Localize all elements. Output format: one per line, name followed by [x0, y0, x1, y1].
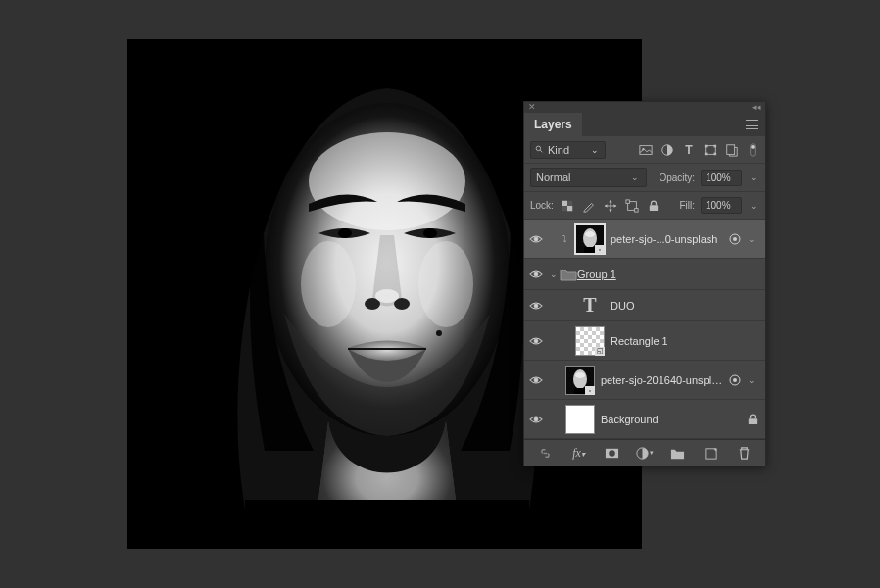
svg-point-8	[301, 241, 356, 327]
new-layer-icon[interactable]	[701, 445, 720, 461]
layer-thumbnail[interactable]: ▫	[565, 366, 595, 395]
svg-point-10	[436, 330, 442, 336]
new-group-icon[interactable]	[668, 445, 688, 461]
lock-pixels-icon[interactable]	[581, 198, 597, 214]
svg-point-44	[534, 378, 538, 382]
svg-point-47	[575, 372, 585, 378]
layer-row-shape[interactable]: ◱ Rectangle 1	[524, 321, 765, 361]
svg-point-50	[733, 378, 737, 382]
visibility-toggle[interactable]	[524, 301, 548, 311]
layers-footer: fx▾ ▾	[524, 440, 765, 466]
panel-menu-icon[interactable]	[744, 118, 759, 131]
lock-all-icon[interactable]	[646, 198, 661, 214]
svg-point-25	[751, 145, 755, 149]
svg-rect-52	[749, 418, 757, 424]
visibility-toggle[interactable]	[524, 415, 548, 424]
svg-rect-11	[245, 500, 529, 549]
layer-mask-icon[interactable]	[602, 445, 621, 461]
layer-list: ⤵ ▫ peter-sjo-...0-unsplash ⌄ ⌄ Group 1 …	[524, 220, 765, 440]
opacity-label: Opacity:	[659, 172, 695, 183]
layer-thumbnail[interactable]: ◱	[575, 326, 605, 356]
svg-point-9	[418, 241, 473, 327]
lock-label: Lock:	[530, 200, 554, 211]
shape-badge-icon: ◱	[595, 347, 605, 356]
layer-filter-row: Kind ⌄ T	[524, 136, 765, 164]
filter-shape-icon[interactable]	[703, 142, 718, 158]
visibility-toggle[interactable]	[524, 234, 548, 244]
chevron-down-icon[interactable]: ⌄	[748, 201, 759, 211]
svg-rect-33	[650, 205, 658, 211]
filter-smart-icon[interactable]	[724, 142, 740, 158]
visibility-toggle[interactable]	[524, 270, 548, 279]
layer-name[interactable]: peter-sjo-...0-unsplash	[611, 233, 728, 245]
svg-line-13	[540, 150, 542, 152]
layer-thumbnail[interactable]: ▫	[575, 224, 605, 254]
svg-point-40	[733, 237, 737, 241]
svg-rect-56	[706, 448, 716, 458]
layer-name[interactable]: Group 1	[577, 269, 761, 280]
lock-icon[interactable]	[748, 414, 761, 425]
link-layers-icon[interactable]	[536, 445, 556, 461]
fill-label: Fill:	[679, 200, 695, 211]
layer-style-icon[interactable]: fx▾	[569, 445, 589, 461]
filter-kind-label: Kind	[548, 144, 569, 156]
layer-row[interactable]: ⤵ ▫ peter-sjo-...0-unsplash ⌄	[524, 220, 765, 259]
svg-point-43	[534, 339, 538, 343]
svg-point-34	[534, 237, 538, 241]
filter-type-icon[interactable]: T	[681, 142, 697, 158]
svg-rect-29	[562, 206, 567, 211]
layer-name[interactable]: Rectangle 1	[611, 335, 761, 347]
layer-row-group[interactable]: ⌄ Group 1	[524, 259, 765, 290]
delete-layer-icon[interactable]	[734, 445, 754, 461]
filter-adjustment-icon[interactable]	[660, 142, 675, 158]
filter-toggle-switch[interactable]	[746, 142, 759, 158]
chevron-down-icon[interactable]: ⌄	[748, 172, 759, 182]
clip-indicator-icon: ⤵	[560, 234, 569, 244]
blend-mode-value: Normal	[536, 172, 570, 183]
collapse-icon[interactable]: ◂◂	[752, 103, 761, 112]
lock-artboard-icon[interactable]	[624, 198, 640, 214]
layer-name[interactable]: Background	[601, 414, 748, 425]
layer-row[interactable]: ▫ peter-sjo-201640-unsplash ⌄	[524, 361, 765, 400]
svg-point-2	[309, 132, 465, 230]
filter-pixel-icon[interactable]	[638, 142, 654, 158]
svg-rect-31	[626, 199, 630, 203]
fill-input[interactable]: 100%	[701, 197, 742, 214]
blend-mode-select[interactable]: Normal ⌄	[530, 168, 647, 187]
lock-position-icon[interactable]	[603, 198, 618, 214]
opacity-input[interactable]: 100%	[701, 170, 742, 186]
group-expand-icon[interactable]: ⌄	[548, 270, 560, 279]
blend-row: Normal ⌄ Opacity: 100% ⌄	[524, 164, 765, 192]
tab-layers[interactable]: Layers	[524, 113, 582, 136]
lock-row: Lock: Fill: 100% ⌄	[524, 192, 765, 220]
close-icon[interactable]: ✕	[528, 103, 536, 112]
layer-name[interactable]: peter-sjo-201640-unsplash	[601, 374, 728, 386]
panel-titlebar[interactable]: ✕ ◂◂	[524, 102, 765, 113]
chevron-down-icon[interactable]: ⌄	[746, 375, 758, 385]
svg-point-7	[375, 289, 399, 303]
layer-row-text[interactable]: T DUO	[524, 290, 765, 321]
svg-point-12	[536, 146, 541, 151]
svg-text:T: T	[685, 143, 693, 157]
svg-point-37	[585, 231, 595, 237]
smart-object-badge-icon: ▫	[585, 386, 595, 395]
folder-icon	[560, 268, 577, 281]
adjustment-layer-icon[interactable]: ▾	[635, 445, 655, 461]
visibility-toggle[interactable]	[524, 375, 548, 385]
visibility-toggle[interactable]	[524, 336, 548, 346]
svg-point-54	[609, 450, 615, 457]
filter-kind-select[interactable]: Kind ⌄	[530, 141, 606, 159]
filter-effects-icon[interactable]	[728, 232, 742, 246]
smart-object-badge-icon: ▫	[595, 245, 605, 254]
chevron-down-icon[interactable]: ⌄	[746, 234, 758, 244]
layer-thumbnail[interactable]	[565, 405, 595, 434]
filter-effects-icon[interactable]	[728, 373, 742, 387]
lock-transparency-icon[interactable]	[560, 198, 575, 214]
svg-point-41	[534, 272, 538, 276]
svg-rect-14	[640, 145, 652, 154]
layer-name[interactable]: DUO	[611, 300, 761, 312]
layer-row-background[interactable]: Background	[524, 400, 765, 439]
svg-point-51	[534, 417, 538, 421]
svg-rect-19	[705, 144, 708, 147]
svg-rect-26	[562, 200, 567, 205]
